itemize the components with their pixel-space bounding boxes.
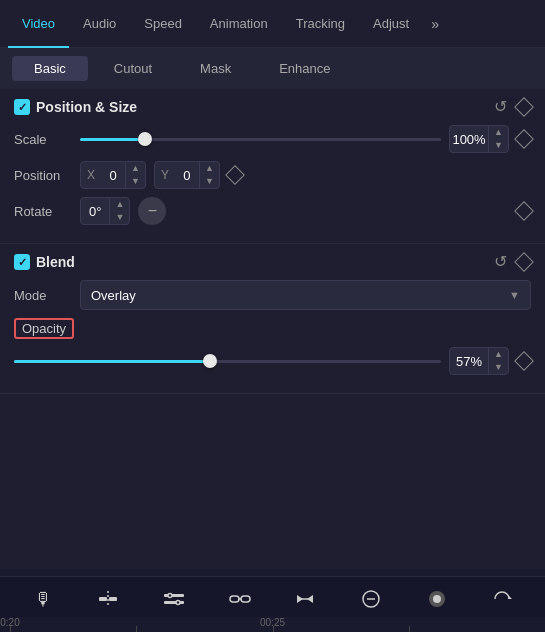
split-icon[interactable] — [92, 585, 124, 613]
nav-tab-adjust[interactable]: Adjust — [359, 0, 423, 48]
svg-point-6 — [176, 601, 180, 605]
scale-value-wrap: 100% ▲ ▼ — [449, 125, 509, 153]
opacity-slider-row: 57% ▲ ▼ — [14, 347, 531, 375]
svg-rect-7 — [230, 596, 239, 602]
blend-mode-dropdown-wrap: Overlay ▼ — [80, 280, 531, 310]
x-axis-label: X — [81, 168, 101, 182]
sub-tab-bar: Basic Cutout Mask Enhance — [0, 48, 545, 89]
position-x-value: 0 — [101, 168, 125, 183]
y-axis-label: Y — [155, 168, 175, 182]
position-size-title: Position & Size — [14, 99, 137, 115]
svg-point-16 — [433, 595, 441, 603]
position-size-actions: ↺ — [494, 99, 531, 115]
bullet-icon[interactable] — [421, 585, 453, 613]
svg-rect-3 — [164, 594, 184, 597]
position-x-down-btn[interactable]: ▼ — [126, 175, 145, 188]
svg-marker-11 — [297, 595, 303, 603]
scale-value: 100% — [450, 132, 488, 147]
position-keyframe-btn[interactable] — [225, 165, 245, 185]
svg-rect-1 — [109, 597, 117, 601]
top-navigation: Video Audio Speed Animation Tracking Adj… — [0, 0, 545, 48]
blend-section: Blend ↺ Mode Overlay ▼ Opacity — [0, 244, 545, 394]
nav-tab-speed[interactable]: Speed — [130, 0, 196, 48]
scale-thumb[interactable] — [138, 132, 152, 146]
opacity-down-btn[interactable]: ▼ — [489, 361, 508, 374]
opacity-row: Opacity — [14, 318, 531, 339]
rotate-keyframe-btn[interactable] — [514, 201, 534, 221]
position-y-value: 0 — [175, 168, 199, 183]
opacity-label: Opacity — [22, 321, 66, 336]
svg-point-5 — [168, 594, 172, 598]
rotate-value: 0° — [81, 204, 109, 219]
blend-header: Blend ↺ — [14, 254, 531, 270]
loop-icon[interactable] — [486, 585, 518, 613]
position-size-checkbox[interactable] — [14, 99, 30, 115]
scale-fill — [80, 138, 145, 141]
sub-tab-cutout[interactable]: Cutout — [92, 56, 174, 81]
toolbar-icons: 🎙 — [0, 577, 545, 617]
blend-reset-btn[interactable]: ↺ — [494, 254, 507, 270]
scale-keyframe-btn[interactable] — [514, 129, 534, 149]
rotate-down-btn[interactable]: ▼ — [110, 211, 129, 224]
position-size-keyframe-btn[interactable] — [514, 97, 534, 117]
blend-mode-value: Overlay — [91, 288, 136, 303]
adjust-clips-icon[interactable] — [158, 585, 190, 613]
trim-icon[interactable] — [289, 585, 321, 613]
position-y-down-btn[interactable]: ▼ — [200, 175, 219, 188]
rotate-label: Rotate — [14, 204, 72, 219]
nav-more-button[interactable]: » — [423, 16, 447, 32]
mic-icon[interactable]: 🎙 — [27, 585, 59, 613]
blend-checkbox[interactable] — [14, 254, 30, 270]
nav-tab-audio[interactable]: Audio — [69, 0, 130, 48]
opacity-fill — [14, 360, 210, 363]
opacity-keyframe-btn[interactable] — [514, 351, 534, 371]
link-icon[interactable] — [224, 585, 256, 613]
position-y-up-btn[interactable]: ▲ — [200, 162, 219, 175]
rotate-value-wrap: 0° ▲ ▼ — [80, 197, 130, 225]
scale-track — [80, 138, 441, 141]
opacity-spinners[interactable]: ▲ ▼ — [488, 347, 508, 375]
opacity-label-wrap: Opacity — [14, 318, 74, 339]
opacity-slider[interactable] — [14, 351, 441, 371]
nav-tab-animation[interactable]: Animation — [196, 0, 282, 48]
position-size-section: Position & Size ↺ Scale 100% ▲ ▼ — [0, 89, 545, 244]
position-row: Position X 0 ▲ ▼ Y 0 ▲ ▼ — [14, 161, 531, 189]
sub-tab-enhance[interactable]: Enhance — [257, 56, 352, 81]
svg-marker-12 — [307, 595, 313, 603]
rotate-flip-btn[interactable]: − — [138, 197, 166, 225]
blend-mode-row: Mode Overlay ▼ — [14, 280, 531, 310]
minus-circle-icon[interactable] — [355, 585, 387, 613]
position-x-up-btn[interactable]: ▲ — [126, 162, 145, 175]
scale-spinners[interactable]: ▲ ▼ — [488, 125, 508, 153]
scale-up-btn[interactable]: ▲ — [489, 126, 508, 139]
sub-tab-mask[interactable]: Mask — [178, 56, 253, 81]
rotate-spinners[interactable]: ▲ ▼ — [109, 197, 129, 225]
opacity-value: 57% — [450, 354, 488, 369]
position-y-wrap: Y 0 ▲ ▼ — [154, 161, 220, 189]
svg-rect-8 — [241, 596, 250, 602]
scale-label: Scale — [14, 132, 72, 147]
blend-mode-dropdown[interactable]: Overlay ▼ — [80, 280, 531, 310]
opacity-up-btn[interactable]: ▲ — [489, 348, 508, 361]
blend-title: Blend — [14, 254, 75, 270]
opacity-thumb[interactable] — [203, 354, 217, 368]
dropdown-arrow-icon: ▼ — [509, 289, 520, 301]
position-y-spinners[interactable]: ▲ ▼ — [199, 161, 219, 189]
scale-down-btn[interactable]: ▼ — [489, 139, 508, 152]
position-x-wrap: X 0 ▲ ▼ — [80, 161, 146, 189]
opacity-value-wrap: 57% ▲ ▼ — [449, 347, 509, 375]
position-size-reset-btn[interactable]: ↺ — [494, 99, 507, 115]
sub-tab-basic[interactable]: Basic — [12, 56, 88, 81]
blend-keyframe-btn[interactable] — [514, 252, 534, 272]
main-content: Position & Size ↺ Scale 100% ▲ ▼ — [0, 89, 545, 569]
scale-slider[interactable] — [80, 129, 441, 149]
nav-tab-video[interactable]: Video — [8, 0, 69, 48]
opacity-track — [14, 360, 441, 363]
blend-mode-label: Mode — [14, 288, 72, 303]
svg-rect-4 — [164, 601, 184, 604]
nav-tab-tracking[interactable]: Tracking — [282, 0, 359, 48]
rotate-up-btn[interactable]: ▲ — [110, 198, 129, 211]
blend-actions: ↺ — [494, 254, 531, 270]
position-x-spinners[interactable]: ▲ ▼ — [125, 161, 145, 189]
rotate-row: Rotate 0° ▲ ▼ − — [14, 197, 531, 225]
